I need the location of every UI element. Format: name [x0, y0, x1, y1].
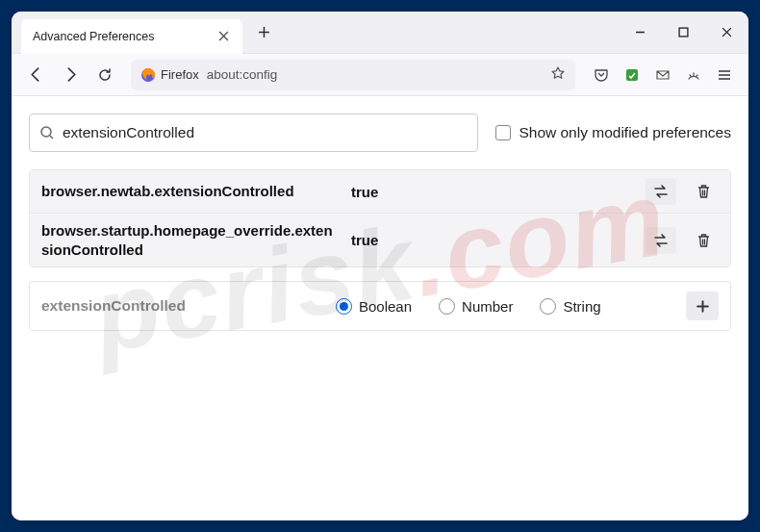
- nav-toolbar: Firefox about:config: [12, 54, 748, 96]
- window-controls: [619, 13, 748, 52]
- radio-boolean[interactable]: Boolean: [336, 298, 412, 315]
- page-content: extensionControlled Show only modified p…: [12, 96, 748, 520]
- new-pref-name: extensionControlled: [41, 297, 320, 315]
- checkbox-icon: [495, 125, 511, 140]
- search-text: extensionControlled: [63, 124, 468, 141]
- pocket-icon[interactable]: [587, 61, 616, 89]
- modified-only-checkbox[interactable]: Show only modified preferences: [495, 124, 731, 141]
- browser-tab[interactable]: Advanced Preferences: [21, 19, 242, 54]
- radio-label: Number: [462, 298, 513, 315]
- search-input[interactable]: extensionControlled: [29, 114, 478, 152]
- title-bar: Advanced Preferences: [12, 12, 748, 54]
- pref-row[interactable]: browser.startup.homepage_override.extens…: [30, 214, 730, 266]
- back-button[interactable]: [21, 61, 50, 89]
- url-text: about:config: [207, 67, 543, 82]
- delete-button[interactable]: [688, 227, 719, 254]
- forward-button[interactable]: [56, 61, 85, 89]
- toolbar-icons: [587, 61, 739, 89]
- bookmark-star-icon[interactable]: [550, 65, 566, 85]
- radio-number[interactable]: Number: [439, 298, 513, 315]
- new-pref-row: extensionControlled Boolean Number Strin…: [29, 281, 731, 331]
- maximize-button[interactable]: [662, 13, 705, 52]
- toggle-button[interactable]: [646, 178, 676, 205]
- radio-string[interactable]: String: [540, 298, 600, 315]
- add-pref-button[interactable]: [686, 291, 719, 320]
- reload-button[interactable]: [90, 61, 119, 89]
- search-icon: [39, 125, 55, 140]
- radio-icon: [336, 298, 352, 315]
- preferences-list: browser.newtab.extensionControlled true …: [29, 169, 731, 267]
- pref-name: browser.newtab.extensionControlled: [41, 182, 340, 201]
- pref-value: true: [351, 232, 634, 248]
- new-tab-button[interactable]: [250, 19, 277, 46]
- delete-button[interactable]: [688, 178, 719, 205]
- dashboard-icon[interactable]: [679, 61, 708, 89]
- toggle-button[interactable]: [646, 227, 676, 254]
- radio-label: String: [563, 298, 600, 315]
- mail-icon[interactable]: [648, 61, 677, 89]
- svg-point-3: [41, 127, 51, 137]
- menu-button[interactable]: [710, 61, 739, 89]
- radio-icon: [540, 298, 556, 315]
- firefox-brand: Firefox: [140, 67, 199, 83]
- pref-row[interactable]: browser.newtab.extensionControlled true: [30, 170, 730, 214]
- minimize-button[interactable]: [619, 13, 662, 52]
- close-window-button[interactable]: [705, 13, 748, 52]
- pref-name: browser.startup.homepage_override.extens…: [41, 221, 340, 259]
- address-bar[interactable]: Firefox about:config: [131, 60, 575, 90]
- checkbox-label: Show only modified preferences: [519, 124, 731, 141]
- close-tab-icon[interactable]: [215, 29, 231, 44]
- tab-title: Advanced Preferences: [33, 30, 208, 43]
- radio-icon: [439, 298, 455, 315]
- type-radios: Boolean Number String: [336, 298, 671, 315]
- svg-rect-2: [626, 69, 638, 81]
- browser-window: Advanced Preferences Firefox about:confi…: [12, 12, 748, 520]
- firefox-logo-icon: [140, 67, 156, 83]
- search-row: extensionControlled Show only modified p…: [29, 114, 731, 152]
- radio-label: Boolean: [359, 298, 412, 315]
- svg-rect-0: [679, 28, 688, 37]
- extension-icon[interactable]: [618, 61, 646, 89]
- pref-value: true: [351, 184, 634, 200]
- brand-label: Firefox: [161, 67, 199, 82]
